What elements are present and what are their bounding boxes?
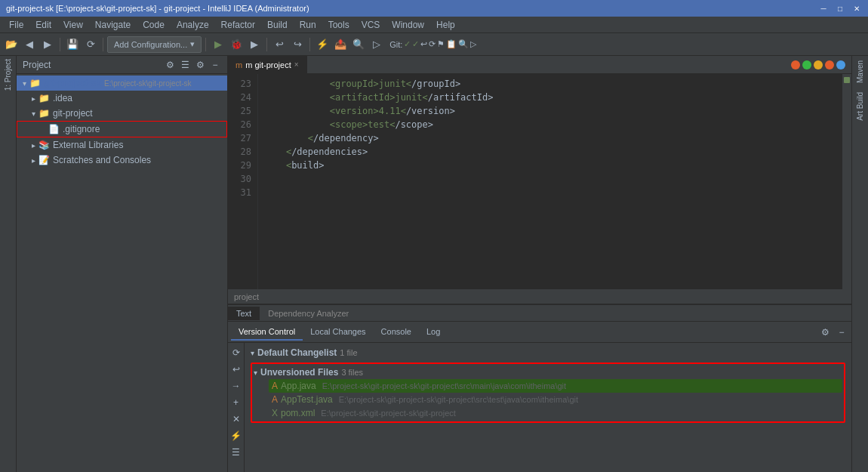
panel-collapse-icon[interactable]: −	[209, 59, 221, 71]
menu-item-navigate[interactable]: Navigate	[89, 18, 137, 32]
panel-layout-icon[interactable]: ☰	[179, 59, 191, 71]
extlibs-icon: 📚	[38, 139, 50, 151]
unversioned-expand-icon: ▾	[254, 369, 257, 377]
pomxml-icon: X	[272, 408, 278, 418]
chevron-down-icon: ▾	[190, 39, 195, 49]
menu-item-file[interactable]: File	[3, 18, 29, 32]
vc-file-pomxml[interactable]: X pom.xml E:\project-sk\git-project-sk\g…	[269, 406, 842, 420]
search-button[interactable]: 🔍	[350, 36, 367, 53]
vc-tab-log[interactable]: Log	[419, 324, 448, 341]
tree-item-gitignore[interactable]: 📄 .gitignore	[17, 121, 227, 137]
vc-add-btn[interactable]: +	[229, 396, 243, 409]
git-diff-button[interactable]: ⚡	[314, 36, 331, 53]
pomxml-path: E:\project-sk\git-project-sk\git-project	[321, 409, 456, 418]
menu-item-help[interactable]: Help	[430, 18, 461, 32]
run-button[interactable]: ▶	[210, 36, 226, 53]
code-line-25: <version>4.11</version>	[264, 104, 836, 118]
vc-group-default-header[interactable]: ▾ Default Changelist 1 file	[251, 346, 845, 359]
vc-show-diff-btn[interactable]: ⚡	[229, 429, 243, 443]
maven-tab[interactable]: Maven	[854, 56, 866, 88]
editor-tab-gitproject[interactable]: m m git-project ×	[228, 56, 307, 74]
menu-item-window[interactable]: Window	[386, 18, 430, 32]
vc-refresh-btn[interactable]: ⟳	[229, 346, 243, 359]
editor-bottom-tab-text[interactable]: Text	[228, 307, 260, 320]
tree-item-root[interactable]: ▾ 📁 git-project-sk E:\project-sk\git-pro…	[17, 76, 227, 91]
line-numbers: 232425262728293031	[228, 74, 258, 289]
toolbar: 📂 ◀ ▶ 💾 ⟳ Add Configuration... ▾ ▶ 🐞 ▶ ↩…	[0, 33, 868, 56]
browser-icons	[791, 60, 845, 69]
vc-rollback-btn[interactable]: ↩	[229, 362, 243, 376]
tree-item-gitproject[interactable]: ▾ 📁 git-project	[17, 106, 227, 121]
project-panel: Project ⚙ ☰ ⚙ − ▾ 📁 git-project-sk E:\pr…	[17, 56, 228, 472]
open-button[interactable]: 📂	[3, 36, 20, 53]
bottom-panel: Version ControlLocal ChangesConsoleLog ⚙…	[228, 321, 851, 472]
close-button[interactable]: ✕	[851, 3, 862, 14]
vc-file-apptestjava[interactable]: A AppTest.java E:\project-sk\git-project…	[269, 393, 842, 406]
tab-close-icon[interactable]: ×	[294, 60, 299, 69]
color-circle-0	[791, 60, 800, 69]
tree-item-scratches[interactable]: ▸ 📝 Scratches and Consoles	[17, 153, 227, 168]
git-label: Git: ✓ ✓ ↩ ⟳ ⚑ 📋 🔍 ▷	[389, 39, 476, 49]
back-button[interactable]: ◀	[21, 36, 38, 53]
line-num-24: 24	[234, 91, 251, 104]
main-layout: 1: Project Project ⚙ ☰ ⚙ − ▾ 📁 git-proje…	[0, 56, 868, 472]
git-push-button[interactable]: 📤	[332, 36, 349, 53]
bottom-minimize-icon[interactable]: −	[835, 325, 848, 339]
vc-delete-btn[interactable]: ✕	[229, 412, 243, 426]
vc-group-btn[interactable]: ☰	[229, 446, 243, 459]
redo-button[interactable]: ↪	[289, 36, 306, 53]
vc-group-unversioned-header[interactable]: ▾ Unversioned Files 3 files	[254, 366, 842, 379]
minimize-button[interactable]: ─	[818, 3, 829, 14]
vc-tab-console[interactable]: Console	[374, 324, 419, 341]
debug-button[interactable]: 🐞	[228, 36, 245, 53]
menu-item-tools[interactable]: Tools	[322, 18, 356, 32]
bottom-settings-icon[interactable]: ⚙	[818, 325, 832, 339]
git-check2-icon: ✓	[412, 39, 419, 49]
menu-item-refactor[interactable]: Refactor	[215, 18, 261, 32]
undo-button[interactable]: ↩	[271, 36, 288, 53]
save-all-button[interactable]: 💾	[64, 36, 81, 53]
idea-folder-icon: 📁	[38, 92, 50, 104]
editor-bottom-tab-dependency-analyzer[interactable]: Dependency Analyzer	[260, 307, 357, 320]
code-editor[interactable]: <groupId>junit</groupId> <artifactId>jun…	[258, 74, 842, 289]
panel-settings-icon[interactable]: ⚙	[164, 59, 176, 71]
run-task-button[interactable]: ▷	[368, 36, 385, 53]
appjava-icon: A	[272, 381, 278, 391]
menu-item-view[interactable]: View	[57, 18, 89, 32]
editor-bottom-tabs: TextDependency Analyzer	[228, 304, 851, 321]
appjava-name: App.java	[281, 381, 316, 391]
panel-gear-icon[interactable]: ⚙	[194, 59, 206, 71]
coverage-button[interactable]: ▶	[246, 36, 263, 53]
left-sidebar-strip: 1: Project	[0, 56, 17, 472]
add-configuration-button[interactable]: Add Configuration... ▾	[107, 36, 202, 53]
tree-item-ext-libs[interactable]: ▸ 📚 External Libraries	[17, 137, 227, 153]
tree-item-idea[interactable]: ▸ 📁 .idea	[17, 91, 227, 106]
panel-icons: ⚙ ☰ ⚙ −	[164, 59, 221, 71]
menu-item-run[interactable]: Run	[294, 18, 322, 32]
artbuild-tab[interactable]: Art Build	[854, 88, 866, 125]
vc-panel: ⟳ ↩ → + ✕ ⚡ ☰ ▾ Default Changelist	[228, 343, 851, 472]
vc-tab-version-control[interactable]: Version Control	[231, 324, 303, 341]
vc-tab-local-changes[interactable]: Local Changes	[303, 324, 373, 341]
git-flag-icon: ⚑	[437, 39, 445, 49]
config-label: Add Configuration...	[114, 40, 187, 49]
menu-item-code[interactable]: Code	[137, 18, 171, 32]
menu-item-vcs[interactable]: VCS	[356, 18, 386, 32]
expand-arrow-gitproject: ▾	[29, 110, 38, 118]
idea-label: .idea	[53, 93, 72, 103]
bottom-panel-icons: ⚙ −	[818, 325, 848, 339]
gitignore-label: .gitignore	[63, 124, 100, 134]
pomxml-name: pom.xml	[281, 408, 315, 418]
color-circle-4	[836, 60, 845, 69]
validation-mark	[844, 77, 850, 83]
vc-file-appjava[interactable]: A App.java E:\project-sk\git-project-sk\…	[269, 379, 842, 393]
menu-item-edit[interactable]: Edit	[29, 18, 57, 32]
expand-arrow-root: ▾	[20, 79, 29, 88]
menu-item-analyze[interactable]: Analyze	[171, 18, 215, 32]
menu-item-build[interactable]: Build	[261, 18, 294, 32]
project-sidebar-tab[interactable]: 1: Project	[2, 56, 14, 94]
sync-button[interactable]: ⟳	[82, 36, 99, 53]
vc-move-btn[interactable]: →	[229, 379, 243, 393]
maximize-button[interactable]: □	[835, 3, 845, 14]
forward-button[interactable]: ▶	[39, 36, 56, 53]
